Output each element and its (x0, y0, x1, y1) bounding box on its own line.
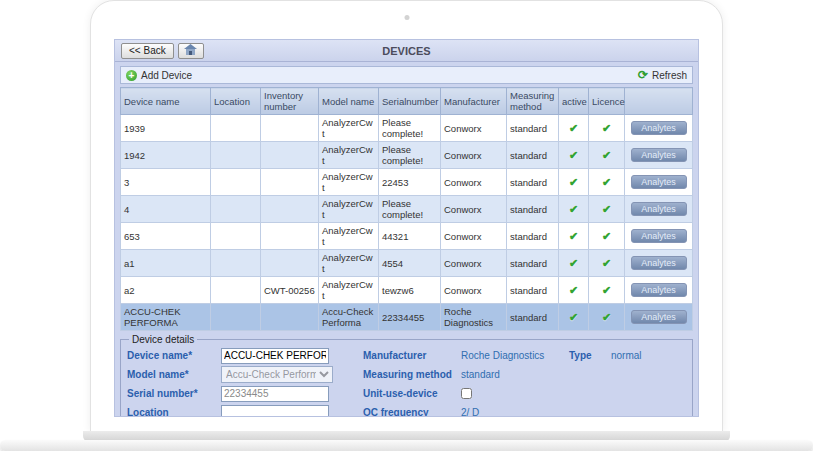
toolbar: + Add Device ⟳ Refresh (120, 66, 693, 84)
cell-analytes: Analytes (625, 196, 693, 223)
unit-use-device-checkbox[interactable] (461, 388, 472, 399)
analytes-button[interactable]: Analytes (631, 148, 687, 162)
cell-measuring-method: standard (507, 169, 559, 196)
manufacturer-label: Manufacturer (363, 350, 461, 361)
cell-active: ✔ (559, 115, 589, 142)
analytes-button[interactable]: Analytes (631, 175, 687, 189)
cell-serialnumber: tewzw6 (379, 277, 441, 304)
laptop-base (0, 440, 813, 451)
cell-active: ✔ (559, 250, 589, 277)
model-name-select[interactable]: Accu-Check Performa (221, 366, 333, 383)
column-header-serialnumber: Serialnumber (379, 88, 441, 115)
devices-app-window: << Back DEVICES + Add Device ⟳ R (114, 39, 699, 417)
cell-inventory-number (261, 223, 319, 250)
refresh-label: Refresh (652, 70, 687, 81)
cell-analytes: Analytes (625, 250, 693, 277)
column-header-manufacturer: Manufacturer (441, 88, 507, 115)
cell-active: ✔ (559, 169, 589, 196)
column-header-actions (625, 88, 693, 115)
table-row[interactable]: a2 CWT-00256 AnalyzerCwt tewzw6 Conworx … (121, 277, 693, 304)
cell-location (211, 169, 261, 196)
type-label: Type (569, 350, 611, 361)
cell-serialnumber: 44321 (379, 223, 441, 250)
cell-active: ✔ (559, 304, 589, 331)
table-row[interactable]: a1 AnalyzerCwt 4554 Conworx standard ✔ ✔… (121, 250, 693, 277)
cell-device-name: 1942 (121, 142, 211, 169)
table-row-selected[interactable]: ACCU-CHEK PERFORMA Accu-Check Performa 2… (121, 304, 693, 331)
cell-manufacturer: Conworx (441, 277, 507, 304)
table-row[interactable]: 1939 AnalyzerCwt Please complete! Conwor… (121, 115, 693, 142)
column-header-model-name: Model name (319, 88, 379, 115)
cell-manufacturer: Roche Diagnostics (441, 304, 507, 331)
licence-check-icon: ✔ (602, 203, 611, 215)
column-header-location: Location (211, 88, 261, 115)
device-details-panel: Device details Device name* Model name* … (120, 334, 693, 417)
add-icon: + (126, 70, 137, 81)
cell-measuring-method: standard (507, 142, 559, 169)
cell-analytes: Analytes (625, 277, 693, 304)
devices-table: Device name Location Inventory number Mo… (120, 87, 693, 331)
home-button[interactable] (178, 43, 204, 59)
column-header-licence: Licence (589, 88, 625, 115)
analytes-button[interactable]: Analytes (631, 310, 687, 324)
active-check-icon: ✔ (569, 311, 578, 323)
analytes-button[interactable]: Analytes (631, 202, 687, 216)
column-header-active: active (559, 88, 589, 115)
licence-check-icon: ✔ (602, 257, 611, 269)
device-name-input[interactable] (221, 348, 329, 364)
table-header-row: Device name Location Inventory number Mo… (121, 88, 693, 115)
cell-inventory-number (261, 142, 319, 169)
licence-check-icon: ✔ (602, 122, 611, 134)
cell-serialnumber: Please complete! (379, 115, 441, 142)
cell-model-name: AnalyzerCwt (319, 250, 379, 277)
manufacturer-value: Roche Diagnostics (461, 350, 544, 361)
cell-licence: ✔ (589, 142, 625, 169)
location-input[interactable] (221, 405, 329, 418)
table-row[interactable]: 653 AnalyzerCwt 44321 Conworx standard ✔… (121, 223, 693, 250)
column-header-measuring-method: Measuring method (507, 88, 559, 115)
cell-model-name: AnalyzerCwt (319, 277, 379, 304)
active-check-icon: ✔ (569, 149, 578, 161)
table-row[interactable]: 1942 AnalyzerCwt Please complete! Conwor… (121, 142, 693, 169)
cell-serialnumber: Please complete! (379, 142, 441, 169)
cell-device-name: 3 (121, 169, 211, 196)
refresh-button[interactable]: ⟳ Refresh (638, 70, 687, 81)
cell-licence: ✔ (589, 304, 625, 331)
cell-active: ✔ (559, 142, 589, 169)
active-check-icon: ✔ (569, 176, 578, 188)
cell-model-name: AnalyzerCwt (319, 196, 379, 223)
cell-analytes: Analytes (625, 304, 693, 331)
cell-active: ✔ (559, 223, 589, 250)
cell-location (211, 277, 261, 304)
back-button[interactable]: << Back (121, 43, 174, 59)
add-device-button[interactable]: + Add Device (126, 70, 192, 81)
cell-inventory-number (261, 196, 319, 223)
cell-licence: ✔ (589, 196, 625, 223)
licence-check-icon: ✔ (602, 284, 611, 296)
cell-licence: ✔ (589, 277, 625, 304)
analytes-button[interactable]: Analytes (631, 229, 687, 243)
type-value: normal (611, 350, 642, 361)
cell-measuring-method: standard (507, 196, 559, 223)
cell-location (211, 115, 261, 142)
licence-check-icon: ✔ (602, 176, 611, 188)
cell-analytes: Analytes (625, 115, 693, 142)
cell-analytes: Analytes (625, 142, 693, 169)
unit-use-device-label: Unit-use-device (363, 388, 461, 399)
column-header-inventory-number: Inventory number (261, 88, 319, 115)
qc-frequency-value: 2/ D (461, 407, 479, 417)
analytes-button[interactable]: Analytes (631, 283, 687, 297)
cell-inventory-number (261, 115, 319, 142)
licence-check-icon: ✔ (602, 149, 611, 161)
analytes-button[interactable]: Analytes (631, 121, 687, 135)
location-label: Location (127, 407, 221, 417)
analytes-button[interactable]: Analytes (631, 256, 687, 270)
table-row[interactable]: 3 AnalyzerCwt 22453 Conworx standard ✔ ✔… (121, 169, 693, 196)
measuring-method-label: Measuring method (363, 369, 461, 380)
active-check-icon: ✔ (569, 230, 578, 242)
device-name-label: Device name* (127, 350, 221, 361)
active-check-icon: ✔ (569, 257, 578, 269)
serial-number-input[interactable] (221, 386, 329, 402)
table-row[interactable]: 4 AnalyzerCwt Please complete! Conworx s… (121, 196, 693, 223)
cell-location (211, 304, 261, 331)
